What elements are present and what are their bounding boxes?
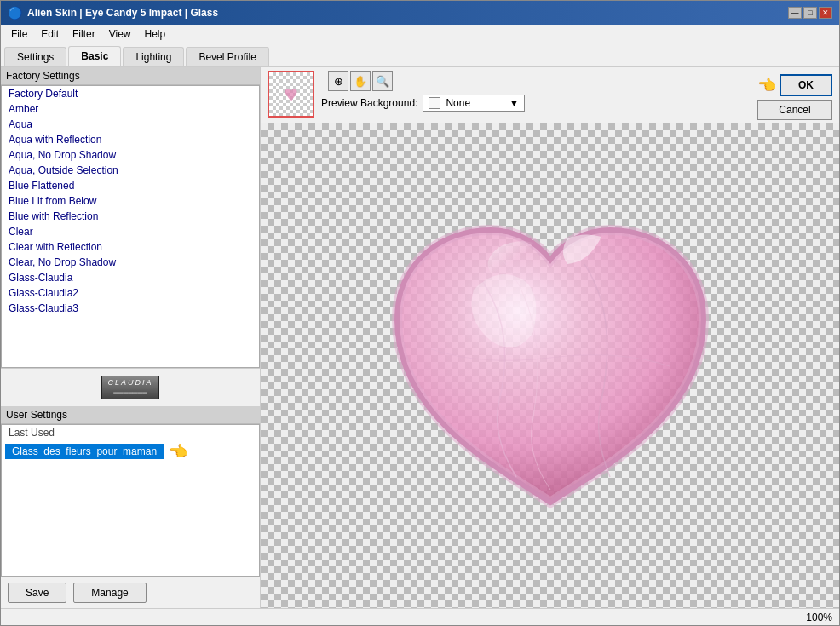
ok-pointer-icon: 👈 <box>757 76 776 95</box>
menu-edit[interactable]: Edit <box>34 26 66 42</box>
title-controls: — □ ✕ <box>788 7 832 19</box>
bg-dropdown-arrow[interactable]: ▼ <box>509 97 520 109</box>
tab-basic[interactable]: Basic <box>68 46 121 66</box>
claudia-watermark: claudia ═══════ <box>101 376 158 399</box>
toolbar-icons: ⊕ ✋ 🔍 <box>328 71 525 91</box>
list-item-aqua-reflection[interactable]: Aqua with Reflection <box>2 132 259 147</box>
list-item-clear-no-drop[interactable]: Clear, No Drop Shadow <box>2 255 259 270</box>
menu-help[interactable]: Help <box>138 26 173 42</box>
ok-button[interactable]: OK <box>780 74 832 96</box>
list-item-amber[interactable]: Amber <box>2 101 259 117</box>
bg-color-swatch <box>429 97 440 109</box>
tabs-bar: Settings Basic Lighting Bevel Profile <box>1 43 839 67</box>
main-window: 🔵 Alien Skin | Eye Candy 5 Impact | Glas… <box>0 0 840 626</box>
maximize-button[interactable]: □ <box>803 7 817 19</box>
zoom-level: 100% <box>806 612 832 623</box>
menu-filter[interactable]: Filter <box>66 26 102 42</box>
menu-file[interactable]: File <box>4 26 34 42</box>
factory-settings-list[interactable]: Factory Default Amber Aqua Aqua with Ref… <box>1 85 260 368</box>
list-item-factory-default[interactable]: Factory Default <box>2 86 259 101</box>
status-bar: 100% <box>1 608 839 625</box>
list-item-blue-flattened[interactable]: Blue Flattened <box>2 178 259 193</box>
list-item-aqua[interactable]: Aqua <box>2 117 259 132</box>
pointer-indicator: 👈 <box>169 442 187 461</box>
list-item-glass-claudia2[interactable]: Glass-Claudia2 <box>2 285 259 301</box>
list-item-blue-reflection[interactable]: Blue with Reflection <box>2 209 259 224</box>
manage-button[interactable]: Manage <box>73 583 146 603</box>
ok-button-row: 👈 OK <box>757 74 832 96</box>
select-tool-button[interactable]: ⊕ <box>328 71 348 91</box>
user-settings-list[interactable]: Last Used Glass_des_fleurs_pour_maman 👈 <box>1 424 260 577</box>
minimize-button[interactable]: — <box>788 7 802 19</box>
selected-preset-item[interactable]: Glass_des_fleurs_pour_maman <box>5 444 164 459</box>
thumb-heart-icon: ♥ <box>284 81 298 108</box>
user-settings-section: User Settings Last Used Glass_des_fleurs… <box>1 406 260 577</box>
preview-header: ♥ ⊕ ✋ 🔍 Preview Background: None ▼ <box>261 67 839 123</box>
window-title: Alien Skin | Eye Candy 5 Impact | Glass <box>27 7 218 19</box>
user-settings-header: User Settings <box>1 406 260 424</box>
list-item-aqua-no-drop[interactable]: Aqua, No Drop Shadow <box>2 147 259 163</box>
main-content: Factory Settings Factory Default Amber A… <box>1 67 839 608</box>
action-buttons: 👈 OK Cancel <box>757 71 832 120</box>
cancel-button[interactable]: Cancel <box>757 100 832 120</box>
zoom-tool-button[interactable]: 🔍 <box>372 71 393 91</box>
factory-settings-section: Factory Settings Factory Default Amber A… <box>1 67 260 369</box>
save-button[interactable]: Save <box>8 583 66 603</box>
watermark-text: claudia <box>107 378 152 387</box>
menu-bar: File Edit Filter View Help <box>1 25 839 43</box>
list-item-clear-reflection[interactable]: Clear with Reflection <box>2 239 259 255</box>
right-panel: ♥ ⊕ ✋ 🔍 Preview Background: None ▼ <box>261 67 839 608</box>
toolbar-area: ⊕ ✋ 🔍 Preview Background: None ▼ <box>321 71 525 112</box>
watermark-area: claudia ═══════ <box>1 369 260 406</box>
list-item-blue-lit[interactable]: Blue Lit from Below <box>2 193 259 209</box>
watermark-decoration: ═══════ <box>107 388 152 397</box>
preview-area <box>261 123 839 608</box>
preview-bg-select[interactable]: None ▼ <box>423 95 525 112</box>
heart-container <box>261 123 839 608</box>
preview-thumbnail: ♥ <box>268 71 314 118</box>
list-item-glass-claudia[interactable]: Glass-Claudia <box>2 270 259 285</box>
tab-settings[interactable]: Settings <box>4 47 66 66</box>
tab-bevel-profile[interactable]: Bevel Profile <box>186 47 268 66</box>
list-item-aqua-outside[interactable]: Aqua, Outside Selection <box>2 163 259 178</box>
menu-view[interactable]: View <box>102 26 138 42</box>
preview-bg-label: Preview Background: <box>321 97 417 109</box>
preview-bg-row: Preview Background: None ▼ <box>321 95 525 112</box>
title-bar-left: 🔵 Alien Skin | Eye Candy 5 Impact | Glas… <box>8 6 218 20</box>
heart-fill-path <box>397 230 704 503</box>
tab-lighting[interactable]: Lighting <box>123 47 184 66</box>
left-panel: Factory Settings Factory Default Amber A… <box>1 67 261 608</box>
preview-bg-value: None <box>446 97 470 109</box>
heart-preview-svg <box>346 162 755 571</box>
bottom-buttons: Save Manage <box>1 577 260 608</box>
close-button[interactable]: ✕ <box>819 7 832 19</box>
last-used-label: Last Used <box>2 425 259 440</box>
factory-settings-header: Factory Settings <box>1 67 260 85</box>
app-icon: 🔵 <box>8 6 22 20</box>
title-bar: 🔵 Alien Skin | Eye Candy 5 Impact | Glas… <box>1 1 839 25</box>
list-item-clear[interactable]: Clear <box>2 224 259 239</box>
list-item-glass-claudia3[interactable]: Glass-Claudia3 <box>2 301 259 316</box>
selected-item-row: Glass_des_fleurs_pour_maman 👈 <box>2 440 259 462</box>
hand-tool-button[interactable]: ✋ <box>350 71 371 91</box>
